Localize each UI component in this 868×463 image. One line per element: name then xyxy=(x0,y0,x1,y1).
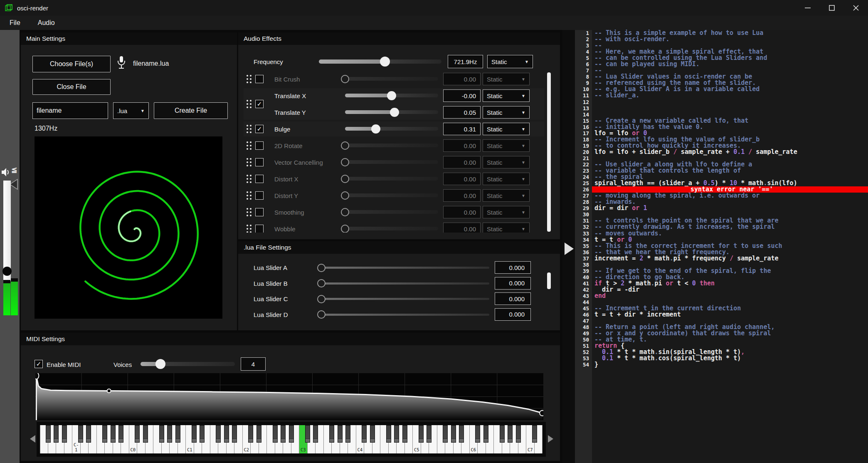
keyboard-scroll-right-icon[interactable] xyxy=(548,435,553,443)
piano-key-black[interactable] xyxy=(200,425,205,443)
piano-key-black[interactable] xyxy=(175,425,180,443)
effect-slider-thumb[interactable] xyxy=(341,225,349,233)
voices-value-box[interactable]: 4 xyxy=(241,357,266,371)
piano-key-black[interactable] xyxy=(111,425,116,443)
code-line[interactable]: 42 dir = -dir xyxy=(562,287,868,293)
lua-slider[interactable] xyxy=(321,282,489,285)
effect-slider[interactable] xyxy=(345,227,438,230)
effect-value-box[interactable]: 0.00 xyxy=(443,223,481,233)
effect-slider[interactable] xyxy=(345,210,438,214)
piano-key-black[interactable] xyxy=(102,425,107,443)
piano-key-black[interactable] xyxy=(224,425,229,443)
piano-key-black[interactable] xyxy=(159,425,164,443)
code-line[interactable]: 2-- with osci-render. xyxy=(562,36,868,42)
piano-key-black[interactable] xyxy=(273,425,278,443)
piano-key-black[interactable] xyxy=(232,425,237,443)
piano-key-black[interactable] xyxy=(508,425,513,443)
effect-value-box[interactable]: 0.05 xyxy=(443,106,481,119)
lua-slider-value-box[interactable]: 0.000 xyxy=(495,308,531,321)
effect-mode-dropdown[interactable]: Static▼ xyxy=(483,189,530,202)
envelope-handle[interactable] xyxy=(107,389,111,393)
effect-slider-thumb[interactable] xyxy=(341,191,349,200)
frequency-slider[interactable] xyxy=(319,59,441,64)
effect-slider-thumb[interactable] xyxy=(341,141,349,150)
effect-slider[interactable] xyxy=(345,144,438,147)
piano-key-black[interactable] xyxy=(54,425,59,443)
effect-enable-checkbox[interactable] xyxy=(255,75,264,83)
effect-enable-checkbox[interactable]: ✓ xyxy=(255,125,264,133)
piano-key-black[interactable] xyxy=(500,425,505,443)
effect-enable-checkbox[interactable]: ✓ xyxy=(255,100,264,108)
piano-key-black[interactable] xyxy=(167,425,172,443)
piano-key-black[interactable] xyxy=(362,425,367,443)
code-line[interactable]: 46t = t + dir * increment xyxy=(562,312,868,318)
drag-handle-icon[interactable] xyxy=(247,75,252,84)
drag-handle-icon[interactable] xyxy=(247,175,252,183)
piano-key-black[interactable] xyxy=(338,425,343,443)
piano-key-black[interactable] xyxy=(62,425,67,443)
effect-slider[interactable] xyxy=(345,77,438,81)
close-button[interactable] xyxy=(844,0,868,16)
adsr-envelope-display[interactable] xyxy=(35,373,543,420)
filename-input[interactable] xyxy=(32,102,108,119)
effect-value-box[interactable]: 0.00 xyxy=(443,73,481,85)
piano-key-black[interactable] xyxy=(329,425,334,443)
piano-keyboard[interactable]: C-1C0C1C2C3C4C5C6C7 xyxy=(40,425,542,453)
lua-slider-thumb[interactable] xyxy=(317,310,326,319)
drag-handle-icon[interactable] xyxy=(247,225,252,233)
piano-key-black[interactable] xyxy=(459,425,464,443)
volume-slider-handle[interactable] xyxy=(2,267,12,276)
lua-slider-value-box[interactable]: 0.000 xyxy=(495,292,531,305)
code-line[interactable]: 53 0.1 * t * math.cos(spiral_length * t) xyxy=(562,355,868,361)
effects-scrollbar[interactable] xyxy=(547,72,551,232)
effect-enable-checkbox[interactable] xyxy=(255,175,264,183)
code-line[interactable]: 12 xyxy=(562,99,868,105)
effect-mode-dropdown[interactable]: Static▼ xyxy=(483,173,530,185)
code-line[interactable]: 29dir = dir or 1 xyxy=(562,205,868,211)
piano-key-black[interactable] xyxy=(216,425,221,443)
piano-key-black[interactable] xyxy=(192,425,197,443)
effect-slider-thumb[interactable] xyxy=(390,108,399,117)
effect-slider-thumb[interactable] xyxy=(341,158,349,166)
close-file-button[interactable]: Close File xyxy=(32,79,111,95)
effect-slider-thumb[interactable] xyxy=(341,208,349,216)
effect-mode-dropdown[interactable]: Static▼ xyxy=(483,89,530,102)
piano-key-black[interactable] xyxy=(313,425,318,443)
piano-key-black[interactable] xyxy=(427,425,432,443)
effect-mode-dropdown[interactable]: Static▼ xyxy=(483,156,530,168)
lua-slider-thumb[interactable] xyxy=(317,295,326,303)
envelope-handle[interactable] xyxy=(35,373,39,379)
effect-slider-thumb[interactable] xyxy=(387,91,396,100)
lua-slider-value-box[interactable]: 0.000 xyxy=(495,277,531,290)
effect-value-box[interactable]: 0.00 xyxy=(443,156,481,168)
effect-slider[interactable] xyxy=(345,94,438,97)
frequency-mode-dropdown[interactable]: Static ▼ xyxy=(487,55,533,68)
effect-slider[interactable] xyxy=(345,160,438,164)
volume-slider-track[interactable] xyxy=(3,181,11,281)
code-line[interactable]: 20lfo = lfo + slider_b / sample_rate + 0… xyxy=(562,149,868,155)
piano-key-black[interactable] xyxy=(370,425,375,443)
menu-file[interactable]: File xyxy=(4,19,26,27)
piano-key-black[interactable] xyxy=(289,425,294,443)
effect-enable-checkbox[interactable] xyxy=(255,158,264,166)
piano-key-black[interactable] xyxy=(135,425,140,443)
effect-slider[interactable] xyxy=(345,177,438,181)
effect-mode-dropdown[interactable]: Static▼ xyxy=(483,106,530,119)
piano-key-black[interactable] xyxy=(78,425,83,443)
code-lines[interactable]: 1-- This is a simple example of how to u… xyxy=(562,30,868,368)
effect-mode-dropdown[interactable]: Static▼ xyxy=(483,139,530,152)
piano-key-black[interactable] xyxy=(248,425,253,443)
drag-handle-icon[interactable] xyxy=(247,100,252,109)
effect-slider-thumb[interactable] xyxy=(341,175,349,183)
envelope-handle[interactable] xyxy=(540,411,543,416)
effect-slider[interactable] xyxy=(345,127,438,131)
choose-file-button[interactable]: Choose File(s) xyxy=(32,56,111,72)
code-line[interactable]: 43end xyxy=(562,293,868,299)
lua-slider[interactable] xyxy=(321,298,489,300)
effect-slider-thumb[interactable] xyxy=(371,124,380,134)
code-line[interactable]: 11-- slider_a. xyxy=(562,92,868,99)
voices-slider[interactable] xyxy=(141,362,235,366)
voices-slider-thumb[interactable] xyxy=(155,359,165,369)
effect-value-box[interactable]: -0.00 xyxy=(443,89,481,102)
piano-key-black[interactable] xyxy=(394,425,399,443)
